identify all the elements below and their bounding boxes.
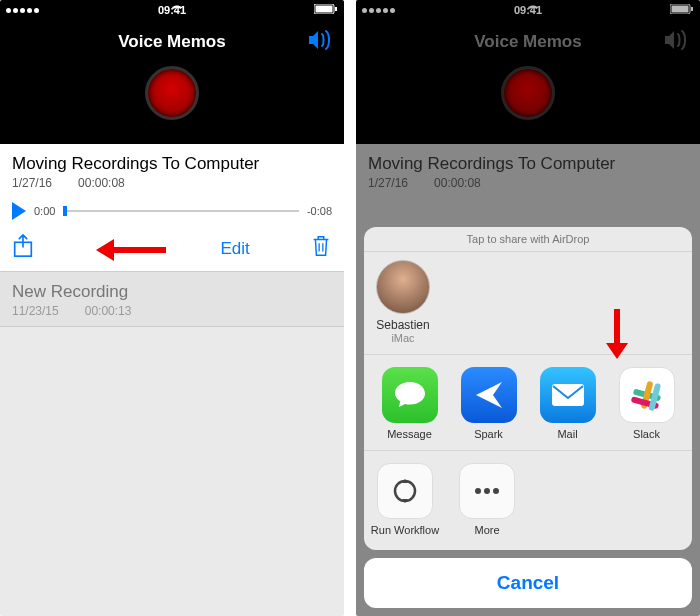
annotation-arrow-icon: [96, 244, 166, 254]
more-icon: [459, 463, 515, 519]
player-row: 0:00 -0:08: [12, 202, 332, 220]
svg-rect-1: [316, 6, 333, 13]
recording-title: Moving Recordings To Computer: [12, 154, 332, 174]
spark-icon: [461, 367, 517, 423]
svg-point-14: [484, 488, 490, 494]
share-actions-row: Run Workflow More: [364, 451, 692, 550]
signal-dots-icon: [6, 8, 39, 13]
mail-icon: [540, 367, 596, 423]
status-bar: 09:41: [0, 0, 344, 20]
scrubber-track[interactable]: [63, 210, 299, 212]
share-apps-row: Message Spark Mail: [364, 355, 692, 451]
svg-rect-2: [335, 7, 337, 11]
trash-button[interactable]: [310, 234, 332, 263]
slack-icon: [619, 367, 675, 423]
app-label: Slack: [633, 428, 660, 440]
share-app-mail[interactable]: Mail: [533, 367, 603, 440]
share-button[interactable]: [12, 234, 34, 263]
phone-left: 09:41 Voice Memos Moving Recordings To C…: [0, 0, 344, 616]
svg-rect-7: [552, 384, 584, 406]
svg-point-15: [493, 488, 499, 494]
app-label: Spark: [474, 428, 503, 440]
airdrop-contact[interactable]: Sebastien iMac: [376, 260, 430, 344]
airdrop-header: Tap to share with AirDrop: [364, 227, 692, 252]
app-label: Mail: [557, 428, 577, 440]
share-app-message[interactable]: Message: [375, 367, 445, 440]
cancel-button[interactable]: Cancel: [364, 558, 692, 608]
recording-duration: 00:00:08: [78, 176, 125, 190]
elapsed-time: 0:00: [34, 205, 55, 217]
share-action-run-workflow[interactable]: Run Workflow: [370, 463, 440, 536]
avatar: [376, 260, 430, 314]
share-action-more[interactable]: More: [452, 463, 522, 536]
phone-right: 09:41 Voice Memos Moving Recordings To C…: [356, 0, 700, 616]
edit-button[interactable]: Edit: [220, 239, 249, 259]
share-app-slack[interactable]: Slack: [612, 367, 682, 440]
message-icon: [382, 367, 438, 423]
workflow-icon: [377, 463, 433, 519]
speaker-icon[interactable]: [308, 30, 334, 54]
annotation-arrow-icon: [611, 309, 623, 359]
recording-item[interactable]: New Recording 11/23/15 00:00:13: [0, 272, 344, 327]
recording-duration: 00:00:13: [85, 304, 132, 318]
airdrop-contact-name: Sebastien: [376, 314, 429, 332]
battery-icon: [314, 4, 338, 16]
airdrop-row: Sebastien iMac: [364, 252, 692, 355]
record-area: [0, 64, 344, 144]
app-label: Message: [387, 428, 432, 440]
action-label: More: [474, 524, 499, 536]
action-label: Run Workflow: [371, 524, 439, 536]
share-app-spark[interactable]: Spark: [454, 367, 524, 440]
svg-point-13: [475, 488, 481, 494]
svg-point-12: [395, 481, 415, 501]
scrubber-thumb[interactable]: [63, 206, 67, 216]
airdrop-contact-device: iMac: [391, 332, 414, 344]
status-time: 09:41: [158, 4, 186, 16]
recording-date: 1/27/16: [12, 176, 52, 190]
page-title: Voice Memos: [118, 32, 225, 52]
record-button[interactable]: [145, 66, 199, 120]
recording-date: 11/23/15: [12, 304, 59, 318]
share-sheet: Tap to share with AirDrop Sebastien iMac…: [364, 227, 692, 608]
play-icon[interactable]: [12, 202, 26, 220]
recording-title: New Recording: [12, 282, 332, 302]
recording-item-expanded[interactable]: Moving Recordings To Computer 1/27/16 00…: [0, 144, 344, 272]
nav-bar: Voice Memos: [0, 20, 344, 64]
remaining-time: -0:08: [307, 205, 332, 217]
